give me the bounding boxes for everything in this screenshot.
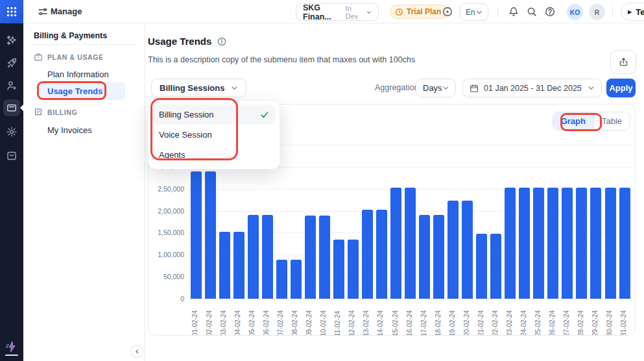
workspace-name: SKG Finan... [303, 3, 340, 21]
calendar-icon [470, 84, 479, 93]
metric-dropdown-menu: Billing Session Voice Session Agents [148, 100, 280, 169]
x-axis-tick-label: 22-02-24 [492, 303, 499, 336]
y-axis-tick-label: 1,00,000 [149, 251, 184, 258]
x-axis-tick-label: 01-02-24 [191, 303, 199, 336]
aggregation-value: Days [423, 83, 442, 93]
bar [547, 188, 558, 299]
chevron-down-icon [588, 84, 595, 92]
divider [497, 6, 498, 17]
notifications-bell-icon[interactable] [508, 6, 519, 17]
x-axis-tick-label: 07-02-24 [277, 303, 285, 336]
sidebar-item-usage-trends-label: Usage Trends [40, 82, 125, 96]
workspace-env-badge: In Dev [346, 5, 362, 20]
x-axis-tick-label: 10-02-24 [320, 303, 328, 336]
bar [590, 188, 601, 299]
divider [612, 6, 613, 17]
menu-item-label: Agents [159, 150, 185, 160]
chevron-left-icon [134, 349, 140, 355]
x-axis-tick-label: 02-02-24 [206, 303, 213, 336]
topbar: Manage SKG Finan... In Dev Trial Plan En [23, 0, 644, 23]
x-axis-tick-label: 04-02-24 [234, 303, 242, 336]
shopping-bag-icon[interactable] [5, 149, 18, 162]
menu-item-voice-session[interactable]: Voice Session [152, 125, 276, 145]
bar [205, 171, 216, 299]
avatar-user[interactable]: KO [567, 4, 583, 20]
section-billing: BILLING [34, 108, 77, 117]
x-axis-tick-label: 11-02-24 [334, 303, 342, 336]
bar [248, 215, 259, 299]
x-axis-tick-label: 24-02-24 [520, 303, 528, 336]
bar [219, 232, 230, 299]
x-axis-line [189, 299, 632, 299]
x-axis-tick-label: 31-02-24 [620, 303, 628, 336]
help-icon[interactable] [545, 6, 555, 17]
test-button[interactable]: ▶ Test [621, 3, 644, 21]
metric-select-value: Billing Sessions [160, 83, 224, 93]
bar [319, 216, 330, 299]
info-icon[interactable] [217, 37, 226, 46]
x-axis-tick-label: 23-02-24 [506, 303, 514, 336]
user-plus-icon[interactable] [5, 79, 18, 92]
menu-item-billing-session[interactable]: Billing Session [152, 105, 276, 125]
y-axis-tick-label: 1,50,000 [149, 229, 184, 236]
x-axis-tick-label: 29-02-24 [591, 303, 599, 336]
settings-gear-icon[interactable] [5, 125, 18, 138]
menu-item-label: Billing Session [159, 110, 214, 119]
rail-indicator [5, 355, 18, 356]
x-axis-tick-label: 19-02-24 [449, 303, 457, 336]
bar [562, 188, 573, 299]
x-axis-tick-label: 09-02-24 [305, 303, 313, 336]
menu-item-label: Voice Session [159, 130, 212, 140]
bar [233, 232, 244, 299]
sidebar-item-plan-information[interactable]: Plan Information [47, 69, 109, 79]
x-axis-tick-label: 08-02-24 [291, 303, 299, 336]
x-axis-tick-label: 17-02-24 [420, 303, 428, 336]
export-button[interactable] [610, 50, 636, 74]
section-label: PLAN & USAGE [47, 53, 104, 61]
x-axis-tick-label: 27-02-24 [563, 303, 571, 336]
rocket-icon[interactable] [5, 56, 18, 69]
briefcase-icon [34, 53, 43, 62]
app-logo-grid-icon[interactable] [0, 0, 23, 23]
bar [333, 240, 344, 299]
language-select[interactable]: En [460, 3, 488, 21]
bar [533, 188, 544, 299]
manage-title: Manage [51, 6, 82, 16]
trial-plan-badge[interactable]: Trial Plan [390, 5, 448, 19]
x-axis-tick-label: 25-02-24 [534, 303, 542, 336]
chevron-down-icon [442, 84, 449, 92]
chevron-down-icon [366, 9, 372, 16]
sidebar-item-usage-trends[interactable]: Usage Trends [40, 82, 125, 100]
speed-bolt-icon[interactable] [5, 340, 18, 353]
record-status-icon[interactable] [442, 6, 453, 17]
sliders-icon [38, 6, 48, 17]
aggregation-select[interactable]: Days [416, 79, 456, 97]
workspace-select[interactable]: SKG Finan... In Dev [296, 3, 379, 21]
x-axis-tick-label: 05-02-24 [248, 303, 256, 336]
page-title: Usage Trends [148, 36, 211, 47]
avatar-org[interactable]: R [589, 4, 605, 20]
active-notch [20, 105, 23, 111]
menu-item-agents[interactable]: Agents [152, 145, 276, 165]
bar [262, 215, 273, 299]
bar [476, 234, 487, 299]
app-window: Manage SKG Finan... In Dev Trial Plan En [0, 0, 644, 361]
trial-clock-icon [395, 8, 403, 16]
sidebar-collapse-button[interactable] [130, 345, 143, 358]
x-axis-tick-label: 28-02-24 [577, 303, 585, 336]
bar [291, 260, 302, 299]
x-axis-tick-label: 16-02-24 [406, 303, 414, 336]
billing-rail-item-active[interactable] [3, 99, 20, 116]
metric-select[interactable]: Billing Sessions [151, 79, 246, 97]
x-axis-tick-label: 14-02-24 [377, 303, 385, 336]
bar [376, 210, 387, 299]
bar [505, 188, 516, 299]
sidebar-item-my-invoices[interactable]: My Invoices [47, 125, 92, 135]
search-icon[interactable] [527, 6, 537, 17]
sparkles-icon[interactable] [5, 34, 18, 47]
bar [619, 188, 630, 299]
apply-button[interactable]: Apply [606, 79, 636, 97]
date-range-picker[interactable]: 01 Jan 2025 - 31 Dec 2025 [462, 79, 602, 97]
bar [447, 201, 459, 299]
bar [419, 215, 430, 299]
